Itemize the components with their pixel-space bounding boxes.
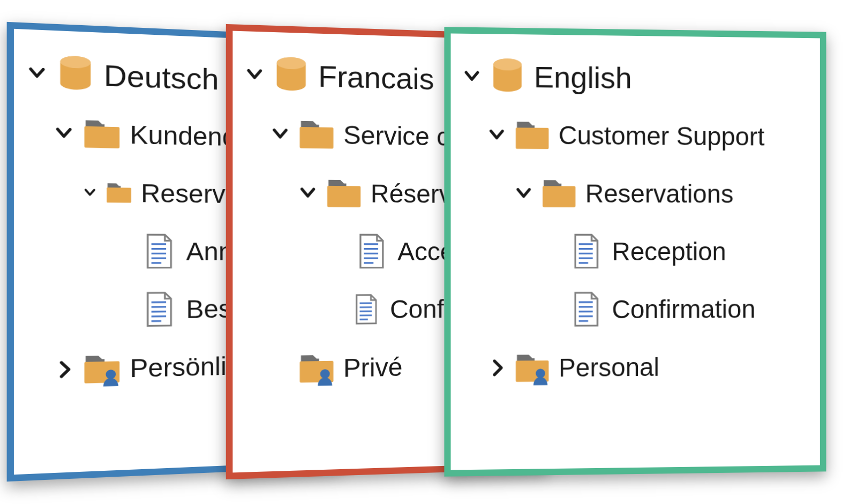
document-icon: [350, 290, 382, 328]
tree-item-personal-folder[interactable]: Personal: [461, 337, 811, 397]
tree-label: Privé: [343, 352, 402, 382]
pane-english: English Customer Support Reservations Re…: [444, 27, 826, 477]
tree-label: Customer Support: [559, 120, 765, 151]
folder-icon: [325, 174, 363, 212]
chevron-down-icon[interactable]: [245, 65, 264, 84]
folder-icon: [82, 114, 122, 153]
document-icon: [567, 232, 605, 270]
folder-icon: [297, 115, 336, 154]
chevron-right-icon[interactable]: [54, 360, 74, 379]
personal-folder-icon: [82, 349, 122, 388]
chevron-down-icon[interactable]: [270, 124, 289, 143]
personal-folder-icon: [297, 349, 336, 387]
tree-item-folder[interactable]: Customer Support: [461, 105, 811, 166]
tree-label: Personal: [559, 352, 659, 382]
chevron-down-icon[interactable]: [298, 183, 317, 202]
document-icon: [139, 290, 178, 328]
database-icon: [488, 57, 526, 95]
database-icon: [55, 54, 96, 94]
chevron-down-icon[interactable]: [463, 66, 481, 85]
chevron-down-icon[interactable]: [515, 184, 533, 202]
tree-label: Confirmation: [612, 294, 755, 324]
document-icon: [139, 232, 178, 270]
document-icon: [567, 290, 605, 328]
personal-folder-icon: [514, 349, 551, 387]
tree-label: English: [534, 59, 632, 95]
spacer: [270, 368, 289, 369]
tree-label: Reception: [612, 236, 726, 266]
document-icon: [352, 232, 390, 270]
tree-item-doc[interactable]: Confirmation: [461, 280, 811, 338]
tree-item-folder[interactable]: Reservations: [461, 163, 811, 222]
chevron-down-icon[interactable]: [27, 63, 47, 82]
chevron-down-icon[interactable]: [83, 186, 97, 199]
database-icon: [272, 56, 311, 95]
folder-icon: [105, 174, 133, 212]
chevron-down-icon[interactable]: [487, 125, 506, 144]
chevron-down-icon[interactable]: [54, 123, 74, 142]
tree-label: Francais: [318, 58, 434, 96]
tree-label: Reservations: [585, 178, 734, 208]
stage: Deutsch Kundendienst Reservierungen Anna…: [0, 0, 857, 504]
folder-icon: [540, 174, 578, 212]
tree-label: Deutsch: [104, 57, 219, 96]
chevron-right-icon[interactable]: [487, 359, 506, 378]
tree-item-doc[interactable]: Reception: [461, 222, 811, 280]
folder-icon: [514, 116, 551, 154]
tree-item-root[interactable]: English: [461, 47, 811, 108]
